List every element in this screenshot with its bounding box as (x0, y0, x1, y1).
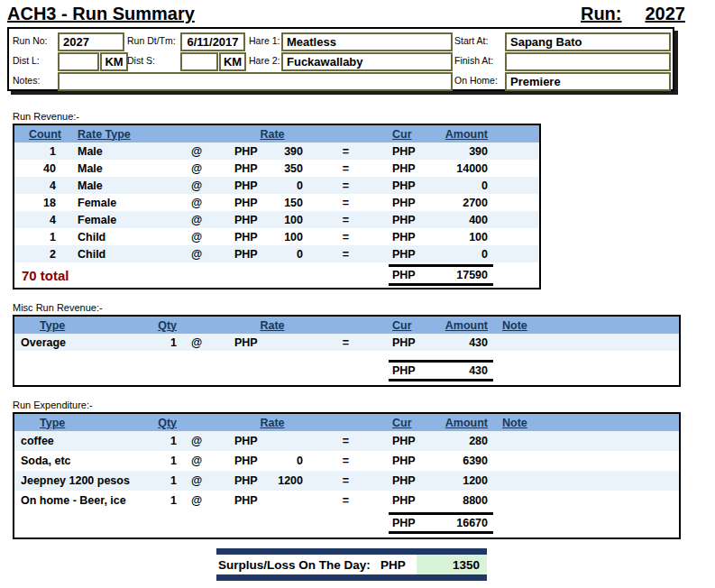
equals-symbol: = (303, 162, 389, 175)
type-cell: coffee (14, 435, 151, 447)
misc-revenue-section-label: Misc Run Revenue:- (13, 302, 715, 313)
cur-cell: PHP (389, 145, 419, 158)
revenue-row: 4 Male @ PHP 0 = PHP 0 (14, 177, 539, 194)
revenue-header-row: Count Rate Type Rate Cur Amount (14, 125, 539, 142)
cur-cell: PHP (389, 214, 419, 226)
equals-symbol: = (303, 214, 389, 226)
titlebar: ACH3 - Run Summary Run: 2027 (0, 0, 715, 27)
at-symbol: @ (179, 197, 215, 209)
dist-s-field[interactable] (180, 52, 218, 71)
cur-cell: PHP (389, 474, 419, 487)
amount-cell: 100 (419, 231, 493, 243)
count-cell: 2 (14, 248, 65, 261)
revenue-header-rate-type: Rate Type (65, 128, 151, 141)
rate-cell: 100 (254, 231, 303, 243)
equals-symbol: = (303, 494, 389, 507)
expenditure-header-type: Type (14, 417, 151, 429)
run-dt-field[interactable]: 6/11/2017 (180, 32, 245, 51)
at-symbol: @ (179, 248, 215, 261)
rate-cur-cell: PHP (215, 336, 254, 349)
expenditure-header-amount: Amount (419, 417, 493, 429)
misc-header-amount: Amount (419, 319, 493, 332)
run-no-label: Run No: (13, 35, 48, 46)
revenue-total-row: 70 total PHP 17590 (14, 262, 539, 288)
expenditure-header-cur: Cur (389, 417, 419, 429)
at-symbol: @ (179, 435, 215, 447)
run-info-form: Run No: 2027 Run Dt/Tm: 6/11/2017 Hare 1… (7, 27, 674, 91)
amount-cell: 280 (419, 435, 493, 447)
rate-cur-cell: PHP (215, 474, 254, 487)
equals-symbol: = (303, 474, 389, 487)
run-number-header: Run: 2027 (581, 4, 685, 24)
rate-cell: 0 (254, 455, 303, 467)
hare1-field[interactable]: Meatless (281, 32, 453, 51)
notes-field[interactable] (58, 72, 453, 91)
misc-header-qty: Qty (151, 319, 179, 332)
expenditure-header-qty: Qty (151, 417, 179, 429)
expenditure-table: Type Qty Rate Cur Amount Note coffee 1 @… (13, 412, 681, 539)
qty-cell: 1 (151, 494, 179, 507)
amount-cell: 390 (419, 145, 493, 158)
hare2-label: Hare 2: (249, 55, 280, 66)
hare1-label: Hare 1: (249, 35, 280, 46)
misc-revenue-table: Type Qty Rate Cur Amount Note Overage 1 … (13, 315, 681, 387)
count-cell: 4 (14, 214, 65, 226)
amount-cell: 430 (419, 336, 493, 349)
total-cur: PHP (392, 364, 416, 377)
rate-cell: 150 (254, 197, 303, 209)
at-symbol: @ (179, 145, 215, 158)
misc-header-rate: Rate (215, 319, 303, 332)
cur-cell: PHP (389, 162, 419, 175)
revenue-row: 18 Female @ PHP 150 = PHP 2700 (14, 194, 539, 211)
amount-cell: 2700 (419, 197, 493, 209)
on-home-field[interactable]: Premiere (505, 72, 671, 91)
expenditure-header-rate: Rate (215, 417, 303, 429)
misc-revenue-row: Overage 1 @ PHP = PHP 430 (14, 334, 679, 351)
total-amount: 430 (469, 364, 488, 377)
at-symbol: @ (179, 214, 215, 226)
equals-symbol: = (303, 248, 389, 261)
rate-cell: 350 (254, 162, 303, 175)
surplus-label: Surplus/Loss On The Day: (216, 555, 371, 574)
at-symbol: @ (179, 455, 215, 467)
cur-cell: PHP (389, 231, 419, 243)
rate-type-cell: Child (65, 248, 151, 261)
cur-cell: PHP (389, 248, 419, 261)
run-no-field[interactable]: 2027 (58, 32, 124, 51)
cur-cell: PHP (389, 435, 419, 447)
amount-cell: 0 (419, 179, 493, 192)
type-cell: On home - Beer, ice (14, 494, 151, 507)
revenue-row: 4 Female @ PHP 100 = PHP 400 (14, 211, 539, 228)
run-number: 2027 (646, 4, 686, 24)
rate-cur-cell: PHP (215, 435, 254, 447)
total-cur: PHP (392, 269, 416, 281)
revenue-header-amount: Amount (419, 128, 493, 141)
rate-type-cell: Female (65, 214, 151, 226)
revenue-header-cur: Cur (389, 128, 419, 141)
hare2-field[interactable]: Fuckawallaby (281, 52, 453, 71)
revenue-header-rate: Rate (215, 128, 303, 141)
revenue-header-count: Count (14, 128, 65, 141)
notes-label: Notes: (13, 75, 40, 86)
start-at-field[interactable]: Sapang Bato (505, 32, 671, 51)
on-home-label: On Home: (454, 75, 498, 86)
finish-at-field[interactable] (505, 52, 671, 71)
dist-s-unit: KM (219, 52, 246, 71)
count-cell: 40 (14, 162, 65, 175)
amount-cell: 0 (419, 248, 493, 261)
at-symbol: @ (179, 162, 215, 175)
at-symbol: @ (179, 336, 215, 349)
rate-cell: 0 (254, 179, 303, 192)
cur-cell: PHP (389, 179, 419, 192)
dist-l-field[interactable] (58, 52, 99, 71)
rate-cur-cell: PHP (215, 494, 254, 507)
total-amount: 17590 (456, 269, 488, 281)
dist-l-unit: KM (100, 52, 128, 71)
amount-cell: 400 (419, 214, 493, 226)
rate-cur-cell: PHP (215, 214, 254, 226)
qty-cell: 1 (151, 435, 179, 447)
dist-s-label: Dist S: (127, 55, 155, 66)
rate-cell: 1200 (254, 474, 303, 487)
total-amount: 16670 (456, 517, 488, 529)
amount-cell: 8800 (419, 494, 493, 507)
